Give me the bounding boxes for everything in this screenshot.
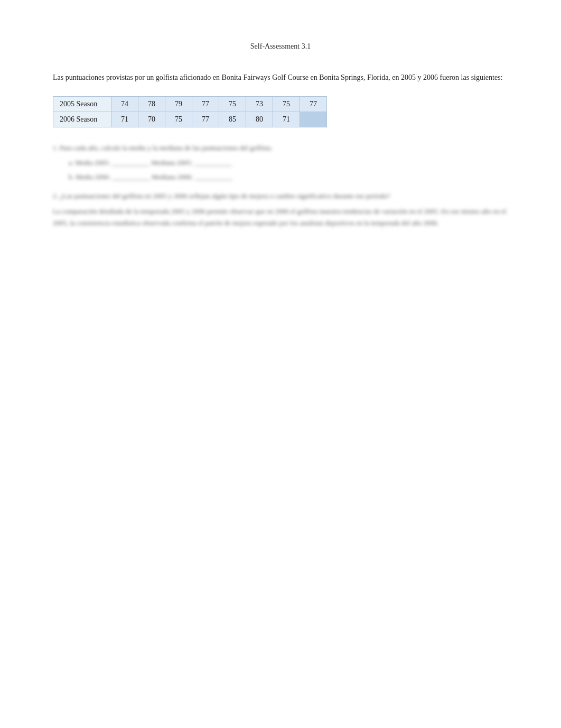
season-2005-label: 2005 Season xyxy=(53,97,111,112)
question-2-body: La comparación detallada de la temporada… xyxy=(53,206,508,228)
question-1a: a. Media 2005: ___________ Mediana 2005:… xyxy=(69,157,508,168)
question-1-block: 1. Para cada año, calcule la media y la … xyxy=(53,142,508,182)
question-2-intro: 2. ¿Las puntuaciones del golfista en 200… xyxy=(53,190,508,201)
page-title: Self-Assessment 3.1 xyxy=(53,42,508,51)
score-2006-6: 80 xyxy=(246,112,273,127)
score-2006-1: 71 xyxy=(111,112,138,127)
score-2005-8: 77 xyxy=(300,97,327,112)
score-2006-4: 77 xyxy=(192,112,219,127)
score-2005-3: 79 xyxy=(165,97,192,112)
score-2005-1: 74 xyxy=(111,97,138,112)
table-row-2006: 2006 Season 71 70 75 77 85 80 71 xyxy=(53,112,327,127)
seasons-table: 2005 Season 74 78 79 77 75 73 75 77 2006… xyxy=(53,96,327,127)
question-2-block: 2. ¿Las puntuaciones del golfista en 200… xyxy=(53,190,508,228)
score-2005-7: 75 xyxy=(273,97,300,112)
questions-section: 1. Para cada año, calcule la media y la … xyxy=(53,142,508,228)
score-2005-6: 73 xyxy=(246,97,273,112)
table-row-2005: 2005 Season 74 78 79 77 75 73 75 77 xyxy=(53,97,327,112)
question-1-sub: a. Media 2005: ___________ Mediana 2005:… xyxy=(69,157,508,183)
score-2005-5: 75 xyxy=(219,97,246,112)
score-2005-4: 77 xyxy=(192,97,219,112)
score-2006-7: 71 xyxy=(273,112,300,127)
score-2006-5: 85 xyxy=(219,112,246,127)
question-1-intro: 1. Para cada año, calcule la media y la … xyxy=(53,142,508,153)
question-1b: b. Media 2006: ___________ Mediana 2006:… xyxy=(69,171,508,182)
score-2006-2: 70 xyxy=(138,112,165,127)
season-2006-label: 2006 Season xyxy=(53,112,111,127)
intro-text: Las puntuaciones provistas por un golfis… xyxy=(53,72,508,84)
score-2006-8 xyxy=(300,112,327,127)
score-2005-2: 78 xyxy=(138,97,165,112)
score-2006-3: 75 xyxy=(165,112,192,127)
